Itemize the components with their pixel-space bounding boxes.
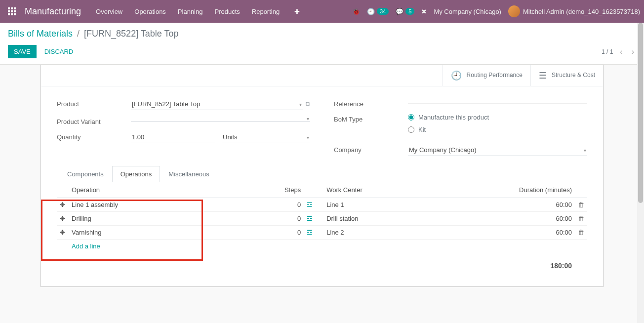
svg-rect-5 [14, 10, 16, 12]
svg-rect-4 [11, 10, 13, 12]
operation-cell[interactable]: Line 1 assembly [69, 198, 259, 212]
activity-indicator[interactable]: 🕘 34 [367, 8, 389, 15]
pager-text[interactable]: 1 / 1 [602, 48, 613, 55]
bug-icon[interactable]: 🐞 [352, 8, 360, 15]
nav-overview[interactable]: Overview [91, 5, 127, 18]
work-center-cell[interactable]: Drill station [323, 212, 476, 226]
external-link-icon[interactable]: ⧉ [306, 100, 310, 108]
col-steps[interactable]: Steps [259, 182, 304, 198]
steps-list-icon[interactable]: ☲ [307, 215, 313, 222]
company-field[interactable]: My Company (Chicago) ▾ [408, 144, 587, 156]
company-selector[interactable]: My Company (Chicago) [434, 8, 501, 15]
form-sheet: 🕘 Routing Performance ☰ Structure & Cost… [40, 65, 604, 287]
add-line-link[interactable]: Add a line [72, 242, 100, 250]
apps-icon[interactable] [4, 3, 20, 19]
pager-prev[interactable]: ‹ [618, 47, 624, 56]
work-center-cell[interactable]: Line 2 [323, 226, 476, 240]
bom-type-kit-label[interactable]: Kit [418, 126, 426, 133]
steps-cell: 0 [259, 198, 304, 212]
structure-cost-button[interactable]: ☰ Structure & Cost [530, 65, 603, 86]
pager: 1 / 1 ‹ › [602, 47, 636, 56]
nav-planning[interactable]: Planning [173, 5, 208, 18]
app-name[interactable]: Manufacturing [25, 6, 81, 17]
delete-row-icon[interactable]: 🗑 [575, 198, 587, 212]
operations-table: Operation Steps Work Center Duration (mi… [57, 182, 587, 279]
breadcrumb-parent[interactable]: Bills of Materials [8, 29, 73, 39]
chat-icon: 💬 [396, 8, 403, 15]
nav-reporting[interactable]: Reporting [247, 5, 284, 18]
bom-type-kit-radio[interactable] [408, 126, 414, 133]
steps-cell: 0 [259, 226, 304, 240]
chevron-down-icon: ▾ [584, 147, 586, 153]
variant-label: Product Variant [57, 116, 131, 125]
uom-field[interactable]: Units ▾ [222, 131, 310, 143]
col-operation[interactable]: Operation [69, 182, 259, 198]
bom-type-label: BoM Type [334, 114, 408, 123]
tab-bar: Components Operations Miscellaneous [59, 166, 587, 182]
quantity-field[interactable]: 1.00 [131, 131, 215, 143]
breadcrumb: Bills of Materials / [FURN_8522] Table T… [0, 23, 644, 42]
bom-type-manufacture-label[interactable]: Manufacture this product [418, 114, 489, 121]
drag-handle-icon[interactable]: ✥ [57, 226, 69, 240]
duration-cell[interactable]: 60:00 [476, 198, 575, 212]
svg-rect-2 [14, 7, 16, 9]
delete-row-icon[interactable]: 🗑 [575, 212, 587, 226]
tab-components[interactable]: Components [59, 166, 112, 182]
messaging-indicator[interactable]: 💬 5 [396, 8, 414, 15]
table-row[interactable]: ✥ Drilling 0 ☲ Drill station 60:00 🗑 [57, 212, 587, 226]
table-row[interactable]: ✥ Varnishing 0 ☲ Line 2 60:00 🗑 [57, 226, 587, 240]
svg-rect-3 [8, 10, 10, 12]
user-menu[interactable]: Mitchell Admin (demo_140_1623573718) [508, 5, 640, 17]
duration-cell[interactable]: 60:00 [476, 226, 575, 240]
svg-rect-8 [14, 13, 16, 15]
tab-miscellaneous[interactable]: Miscellaneous [160, 166, 217, 182]
breadcrumb-separator: / [77, 29, 80, 39]
pager-next[interactable]: › [630, 47, 636, 56]
activity-badge: 34 [377, 8, 389, 15]
work-center-cell[interactable]: Line 1 [323, 198, 476, 212]
clock-icon: 🕘 [367, 8, 375, 15]
duration-cell[interactable]: 60:00 [476, 212, 575, 226]
chevron-down-icon: ▾ [307, 134, 309, 140]
scrollbar-thumb[interactable] [638, 23, 643, 203]
plus-icon[interactable]: ✚ [294, 8, 300, 15]
reference-field[interactable] [408, 98, 587, 104]
operation-cell[interactable]: Drilling [69, 212, 259, 226]
product-field[interactable]: [FURN_8522] Table Top ▾ [131, 98, 303, 110]
svg-rect-7 [11, 13, 13, 15]
nav-operations[interactable]: Operations [129, 5, 171, 18]
steps-list-icon[interactable]: ☲ [307, 201, 313, 208]
routing-performance-button[interactable]: 🕘 Routing Performance [443, 65, 530, 86]
company-label: Company [334, 144, 408, 154]
nav-products[interactable]: Products [209, 5, 244, 18]
tools-icon[interactable]: ✖ [421, 8, 427, 15]
drag-handle-icon[interactable]: ✥ [57, 212, 69, 226]
steps-cell: 0 [259, 212, 304, 226]
quantity-label: Quantity [57, 131, 131, 141]
tab-operations[interactable]: Operations [112, 166, 161, 182]
drag-handle-icon[interactable]: ✥ [57, 198, 69, 212]
control-panel: Bills of Materials / [FURN_8522] Table T… [0, 23, 644, 65]
list-icon: ☰ [539, 70, 547, 81]
scrollbar[interactable] [637, 23, 644, 297]
product-label: Product [57, 98, 131, 108]
stat-label: Routing Performance [467, 72, 523, 80]
stat-label: Structure & Cost [552, 72, 595, 80]
save-button[interactable]: SAVE [8, 45, 37, 58]
user-name: Mitchell Admin (demo_140_1623573718) [523, 8, 640, 15]
steps-list-icon[interactable]: ☲ [307, 229, 313, 236]
bom-type-manufacture-radio[interactable] [408, 114, 414, 121]
operation-cell[interactable]: Varnishing [69, 226, 259, 240]
table-row[interactable]: ✥ Line 1 assembly 0 ☲ Line 1 60:00 🗑 [57, 198, 587, 212]
clock-icon: 🕘 [451, 70, 462, 81]
col-duration[interactable]: Duration (minutes) [476, 182, 575, 198]
col-work-center[interactable]: Work Center [323, 182, 476, 198]
discard-button[interactable]: DISCARD [39, 45, 80, 58]
svg-rect-1 [11, 7, 13, 9]
variant-field[interactable]: ▾ [131, 116, 310, 121]
delete-row-icon[interactable]: 🗑 [575, 226, 587, 240]
message-badge: 5 [405, 8, 414, 15]
chevron-down-icon: ▾ [307, 116, 309, 121]
reference-label: Reference [334, 98, 408, 108]
svg-rect-6 [8, 13, 10, 15]
